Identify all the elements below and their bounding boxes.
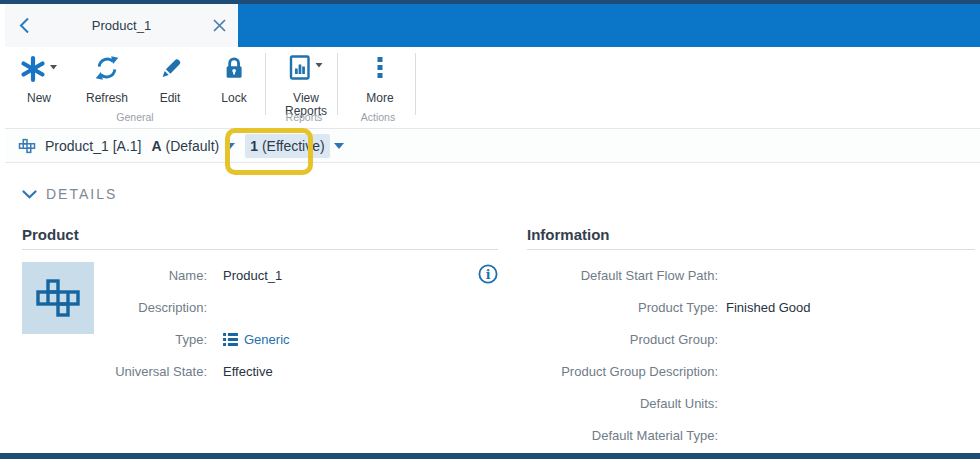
report-chart-icon <box>271 53 341 89</box>
toolbar-separator <box>265 53 266 115</box>
chevron-down-icon <box>22 190 37 199</box>
revision-selector[interactable]: A (Default) <box>152 138 220 154</box>
toolbar-separator <box>337 53 338 115</box>
type-generic-link[interactable]: Generic <box>207 332 290 347</box>
tab-product-1[interactable]: Product_1 <box>5 4 238 47</box>
back-chevron-icon[interactable] <box>19 17 30 34</box>
product-part-icon-large <box>34 274 82 322</box>
ellipsis-vertical-icon <box>345 53 415 89</box>
item-path-bar: Product_1 [A.1] A (Default) 1 (Effective… <box>5 129 980 163</box>
window-frame-bottom <box>0 453 980 459</box>
info-icon[interactable]: i <box>478 264 498 284</box>
field-row-product-group: Product Group: <box>527 323 975 355</box>
toolbar-group-actions: Actions <box>341 111 415 123</box>
refresh-button[interactable]: Refresh <box>73 53 141 115</box>
product-section: Product Name: Product_1 Description: <box>22 224 498 387</box>
pencil-icon <box>139 53 201 89</box>
refresh-button-label: Refresh <box>73 92 141 105</box>
revision-dropdown-icon[interactable] <box>225 143 235 149</box>
more-button-label: More <box>345 92 415 105</box>
new-button-label: New <box>5 92 73 105</box>
lock-button[interactable]: Lock <box>201 53 267 115</box>
product-part-icon <box>18 137 36 155</box>
state-selector[interactable]: 1 (Effective) <box>245 134 329 158</box>
details-section-label: DETAILS <box>46 186 117 202</box>
field-row-product-group-description: Product Group Description: <box>527 355 975 387</box>
field-row-default-material-type: Default Material Type: <box>527 419 975 451</box>
new-button[interactable]: New <box>5 53 73 115</box>
state-dropdown-icon[interactable] <box>334 143 344 149</box>
toolbar: New Refresh Edit <box>5 47 980 129</box>
toolbar-separator <box>415 53 416 115</box>
refresh-icon <box>73 53 141 89</box>
product-thumbnail <box>22 262 94 334</box>
section-divider <box>527 249 975 250</box>
information-fields: Default Start Flow Path: Product Type: F… <box>527 259 975 451</box>
list-type-icon <box>223 333 238 346</box>
app-window: Product_1 New <box>0 0 980 459</box>
section-divider <box>22 249 498 250</box>
information-section: Information Default Start Flow Path: Pro… <box>527 224 975 451</box>
asterisk-new-icon <box>5 53 73 89</box>
svg-text:i: i <box>486 267 491 282</box>
tab-title: Product_1 <box>30 18 213 33</box>
close-tab-icon[interactable] <box>213 19 226 32</box>
information-section-title: Information <box>527 224 975 246</box>
tab-bar: Product_1 <box>5 4 980 47</box>
edit-button[interactable]: Edit <box>139 53 201 115</box>
lock-button-label: Lock <box>201 92 267 105</box>
lock-icon <box>201 53 267 89</box>
more-button[interactable]: More <box>345 53 415 115</box>
field-row-universal-state: Universal State: Effective <box>22 355 498 387</box>
details-section-toggle[interactable]: DETAILS <box>22 186 117 202</box>
field-row-product-type: Product Type: Finished Good <box>527 291 975 323</box>
toolbar-group-reports: Reports <box>271 111 337 123</box>
field-row-default-start-flow-path: Default Start Flow Path: <box>527 259 975 291</box>
breadcrumb-item-name: Product_1 [A.1] <box>45 138 142 154</box>
edit-button-label: Edit <box>139 92 201 105</box>
toolbar-group-general: General <box>5 111 265 123</box>
view-reports-button[interactable]: View Reports <box>271 53 341 115</box>
field-row-default-units: Default Units: <box>527 387 975 419</box>
product-section-title: Product <box>22 224 498 246</box>
